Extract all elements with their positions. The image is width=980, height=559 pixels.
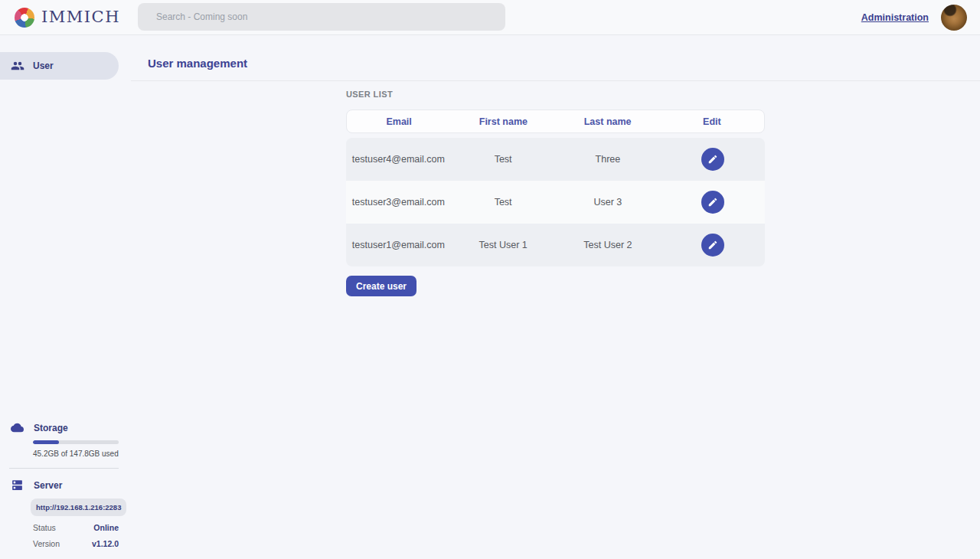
- users-icon: [11, 59, 24, 73]
- edit-user-button[interactable]: [701, 234, 724, 257]
- status-value: Online: [93, 523, 119, 532]
- title-bar: User management: [131, 35, 980, 81]
- column-header-last-name: Last name: [556, 116, 660, 127]
- column-header-email: Email: [347, 116, 451, 127]
- administration-link[interactable]: Administration: [861, 12, 929, 23]
- user-avatar[interactable]: [941, 5, 967, 31]
- immich-flower-icon: [15, 8, 34, 28]
- cell-last-name: User 3: [556, 197, 661, 208]
- status-label: Status: [33, 523, 56, 532]
- server-url-badge: http://192.168.1.216:2283: [31, 499, 126, 516]
- server-status-row: Status Online: [33, 523, 119, 532]
- edit-user-button[interactable]: [701, 148, 724, 171]
- version-value: v1.12.0: [92, 539, 119, 548]
- storage-progress-bar: [33, 440, 119, 444]
- storage-progress-fill: [33, 440, 59, 444]
- sidebar: User Storage 45.2GB of 147.8GB used S: [0, 35, 131, 559]
- sidebar-item-label: User: [33, 60, 54, 71]
- cell-first-name: Test: [451, 197, 556, 208]
- version-label: Version: [33, 539, 60, 548]
- search-input[interactable]: [138, 3, 505, 31]
- app-name: IMMICH: [41, 8, 120, 26]
- header-right: Administration: [861, 0, 967, 35]
- user-list-heading: USER LIST: [346, 90, 980, 99]
- cell-first-name: Test User 1: [451, 240, 556, 250]
- table-body: testuser4@email.com Test Three testuser3…: [346, 138, 765, 266]
- app-header: IMMICH Administration: [0, 0, 980, 35]
- server-section: Server http://192.168.1.216:2283 Status …: [0, 479, 131, 548]
- server-icon: [11, 479, 24, 492]
- page-title: User management: [148, 57, 247, 70]
- table-row: testuser4@email.com Test Three: [346, 138, 765, 181]
- table-row: testuser1@email.com Test User 1 Test Use…: [346, 224, 765, 266]
- table-header-row: Email First name Last name Edit: [346, 110, 765, 133]
- column-header-first-name: First name: [451, 116, 555, 127]
- user-table: Email First name Last name Edit testuser…: [346, 110, 765, 266]
- cell-email: testuser3@email.com: [346, 197, 451, 208]
- immich-logo: IMMICH: [15, 8, 120, 28]
- sidebar-item-user[interactable]: User: [0, 52, 119, 80]
- cloud-icon: [11, 421, 24, 434]
- server-title: Server: [34, 480, 62, 491]
- cell-email: testuser4@email.com: [346, 154, 451, 165]
- storage-title: Storage: [34, 423, 68, 433]
- cell-first-name: Test: [451, 154, 556, 165]
- cell-last-name: Test User 2: [556, 240, 661, 250]
- storage-usage-text: 45.2GB of 147.8GB used: [33, 449, 131, 458]
- main-content: User management USER LIST Email First na…: [131, 35, 980, 559]
- create-user-button[interactable]: Create user: [346, 276, 416, 296]
- cell-last-name: Three: [556, 154, 661, 165]
- cell-email: testuser1@email.com: [346, 240, 451, 250]
- pencil-icon: [707, 154, 718, 165]
- pencil-icon: [707, 240, 718, 250]
- table-row: testuser3@email.com Test User 3: [346, 181, 765, 224]
- storage-section: Storage 45.2GB of 147.8GB used: [0, 421, 131, 458]
- column-header-edit: Edit: [660, 116, 764, 127]
- edit-user-button[interactable]: [701, 191, 724, 214]
- pencil-icon: [707, 197, 718, 208]
- server-version-row: Version v1.12.0: [33, 539, 119, 548]
- sidebar-footer: Storage 45.2GB of 147.8GB used Server ht…: [0, 421, 131, 548]
- content-area: USER LIST Email First name Last name Edi…: [131, 81, 980, 296]
- sidebar-divider: [9, 468, 119, 469]
